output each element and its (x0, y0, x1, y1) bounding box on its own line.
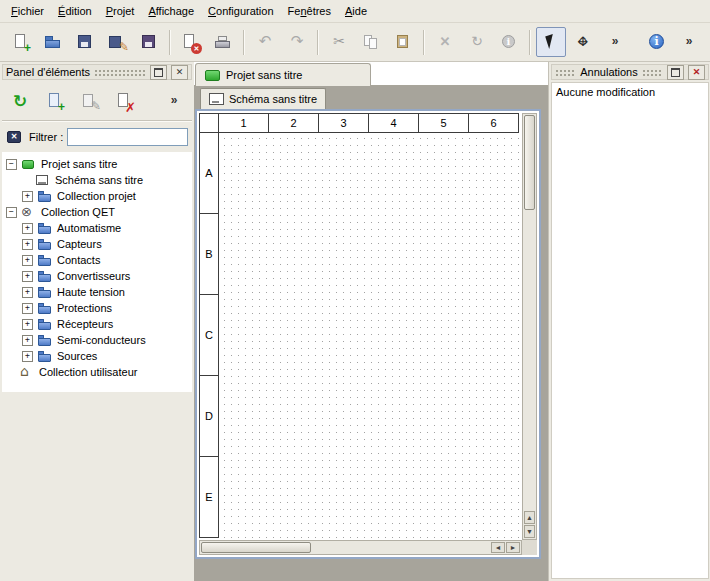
tree-item-label: Automatisme (57, 222, 121, 234)
element-info-button[interactable] (494, 27, 524, 57)
tree-expander[interactable]: + (22, 239, 33, 250)
scroll-up-button[interactable]: ▲ (524, 511, 535, 524)
open-document-button[interactable] (38, 27, 68, 57)
undo-list[interactable]: Aucune modification (551, 82, 709, 579)
save-button[interactable] (70, 27, 100, 57)
tree-expander[interactable]: − (6, 207, 17, 218)
edit-element-button[interactable] (75, 86, 105, 116)
vertical-scrollbar-thumb[interactable] (524, 115, 535, 210)
menu-edition[interactable]: Édition (51, 2, 99, 20)
dock-grip[interactable] (94, 68, 146, 76)
menu-fichier[interactable]: Fichier (4, 2, 51, 20)
scroll-right-button[interactable]: ► (506, 542, 520, 553)
menu-affichage[interactable]: Affichage (141, 2, 201, 20)
vertical-scrollbar[interactable]: ▲ ▼ (522, 113, 537, 540)
elements-toolbar-overflow-button[interactable] (159, 86, 189, 116)
menu-projet[interactable]: Projet (99, 2, 142, 20)
delete-button[interactable] (430, 27, 460, 57)
tree-item-label: Collection QET (41, 206, 115, 218)
delete-element-button[interactable] (110, 86, 140, 116)
tree-item[interactable]: +Convertisseurs (2, 268, 192, 284)
menu-configuration[interactable]: Configuration (201, 2, 280, 20)
tree-item[interactable]: +Contacts (2, 252, 192, 268)
undo-button[interactable] (250, 27, 280, 57)
toolbar-overflow-button-2[interactable] (674, 27, 704, 57)
horizontal-scrollbar[interactable]: ◄ ► (199, 540, 522, 555)
clear-filter-icon[interactable] (5, 127, 25, 147)
save-as-button[interactable] (102, 27, 132, 57)
new-document-button[interactable] (6, 27, 36, 57)
folder-icon (37, 238, 53, 251)
elements-panel-title: Panel d'éléments (6, 66, 90, 78)
reload-collections-button[interactable] (5, 86, 35, 116)
rotate-button[interactable] (462, 27, 492, 57)
paste-button[interactable] (388, 27, 418, 57)
tree-expander[interactable]: + (22, 303, 33, 314)
tree-item[interactable]: −Collection QET (2, 204, 192, 220)
overflow-icon (679, 32, 699, 52)
close-document-button[interactable] (176, 27, 206, 57)
tree-expander[interactable]: + (22, 351, 33, 362)
schema-window: 123456 ABCDE ▲ ▼ ◄ ► (195, 109, 541, 559)
menu-aide[interactable]: Aide (338, 2, 374, 20)
filter-input[interactable] (67, 128, 188, 146)
menu-fenetres[interactable]: Fenêtres (281, 2, 338, 20)
tree-item[interactable]: +Protections (2, 300, 192, 316)
tree-item[interactable]: +Haute tension (2, 284, 192, 300)
tree-expander[interactable]: + (22, 255, 33, 266)
folder-icon (37, 190, 53, 203)
cut-button[interactable] (324, 27, 354, 57)
save-all-button[interactable] (134, 27, 164, 57)
toolbar-separator (529, 30, 531, 55)
tree-item[interactable]: +Automatisme (2, 220, 192, 236)
tree-expander[interactable]: + (22, 319, 33, 330)
tree-item-label: Collection utilisateur (39, 366, 137, 378)
tree-expander[interactable]: + (22, 191, 33, 202)
select-mode-button[interactable] (536, 27, 566, 57)
tree-item[interactable]: +Sources (2, 348, 192, 364)
horizontal-scrollbar-thumb[interactable] (201, 542, 311, 553)
main-toolbar (0, 23, 710, 62)
scroll-left-button[interactable]: ◄ (491, 542, 505, 553)
filter-row: Filtrer : (5, 126, 188, 148)
toolbar-overflow-button[interactable] (600, 27, 630, 57)
tree-item[interactable]: +Récepteurs (2, 316, 192, 332)
print-button[interactable] (208, 27, 238, 57)
tree-expander[interactable]: + (22, 287, 33, 298)
project-icon (205, 70, 220, 81)
tree-expander[interactable]: − (6, 159, 17, 170)
project-icon (21, 158, 37, 171)
float-dock-button[interactable] (667, 65, 684, 80)
tree-expander[interactable]: + (22, 335, 33, 346)
close-dock-button[interactable]: ✕ (688, 65, 705, 80)
schema-canvas[interactable] (219, 133, 522, 540)
toolbar-separator (423, 30, 425, 55)
new-element-button[interactable] (40, 86, 70, 116)
dock-grip[interactable] (555, 68, 576, 76)
schema-icon (209, 93, 224, 105)
move-mode-button[interactable] (568, 27, 598, 57)
tree-item[interactable]: +Semi-conducteurs (2, 332, 192, 348)
tab-schema[interactable]: Schéma sans titre (200, 88, 326, 109)
new-document-icon (11, 32, 31, 52)
tree-expander[interactable]: + (22, 223, 33, 234)
tree-item[interactable]: +Collection projet (2, 188, 192, 204)
close-dock-button[interactable]: ✕ (171, 65, 188, 80)
tree-item[interactable]: Collection utilisateur (2, 364, 192, 380)
tree-item-label: Sources (57, 350, 97, 362)
tree-item[interactable]: −Projet sans titre (2, 156, 192, 172)
about-button[interactable] (642, 27, 672, 57)
redo-button[interactable] (282, 27, 312, 57)
float-icon (671, 68, 680, 77)
tree-expander[interactable]: + (22, 271, 33, 282)
tree-item[interactable]: Schéma sans titre (2, 172, 192, 188)
float-dock-button[interactable] (150, 65, 167, 80)
undo-panel-titlebar[interactable]: Annulations ✕ (551, 64, 709, 80)
elements-panel-titlebar[interactable]: Panel d'éléments ✕ (2, 64, 192, 80)
dock-grip[interactable] (642, 68, 663, 76)
scroll-down-button[interactable]: ▼ (524, 525, 535, 538)
tree-item[interactable]: +Capteurs (2, 236, 192, 252)
copy-button[interactable] (356, 27, 386, 57)
info-gray-icon (499, 32, 519, 52)
tab-project[interactable]: Projet sans titre (195, 63, 371, 86)
